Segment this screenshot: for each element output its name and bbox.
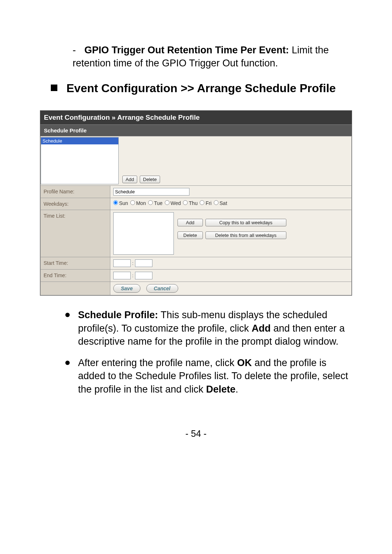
profile-name-cell [110, 186, 352, 198]
b2-text: After entering the profile name, click [78, 357, 237, 368]
timelist-delete-all-button[interactable]: Delete this from all weekdays [205, 231, 286, 239]
save-row-spacer [41, 282, 110, 295]
timelist-copy-button[interactable]: Copy this to all weekdays [205, 219, 286, 226]
bullet-schedule-profile: Schedule Profile: This sub-menu displays… [65, 308, 352, 348]
save-cancel-cell: Save Cancel [110, 282, 352, 295]
start-time-cell: : [110, 257, 352, 270]
delete-profile-button[interactable]: Delete [140, 176, 160, 183]
weekday-wed[interactable]: Wed [165, 200, 181, 206]
section-heading: Event Configuration >> Arrange Schedule … [51, 81, 352, 96]
profile-name-label: Profile Name: [41, 186, 110, 198]
radio-thu[interactable] [183, 200, 188, 205]
save-button[interactable]: Save [113, 284, 140, 293]
end-hour-input[interactable] [113, 272, 131, 279]
end-min-input[interactable] [135, 272, 152, 279]
b1-label: Schedule Profile: [78, 309, 158, 320]
weekday-radio-row: Sun Mon Tue Wed Thu Fri Sat [113, 200, 348, 206]
weekday-fri[interactable]: Fri [200, 200, 211, 206]
end-time-cell: : [110, 270, 352, 282]
start-min-input[interactable] [135, 259, 152, 267]
form-table: Schedule Add Delete Profile Name: Weekda… [40, 136, 352, 295]
weekdays-label: Weekdays: [41, 198, 110, 210]
radio-fri[interactable] [200, 200, 204, 205]
radio-sun[interactable] [113, 200, 118, 205]
weekday-sat[interactable]: Sat [214, 200, 227, 206]
schedule-list-item[interactable]: Schedule [41, 138, 118, 144]
timelist-buttons: Add Copy this to all weekdays Delete Del… [177, 212, 287, 244]
section-header: Schedule Profile [40, 124, 352, 136]
b1-bold2: Add [252, 323, 270, 334]
add-profile-button[interactable]: Add [122, 176, 137, 183]
profile-list-cell: Schedule Add Delete [41, 136, 352, 186]
weekday-sun[interactable]: Sun [113, 200, 128, 206]
start-hour-input[interactable] [113, 259, 131, 267]
cancel-button[interactable]: Cancel [146, 284, 178, 293]
bullet-after-entering: After entering the profile name, click O… [65, 356, 352, 396]
gpio-retention-item: - GPIO Trigger Out Retention Time Per Ev… [73, 44, 352, 70]
schedule-listbox[interactable]: Schedule [41, 137, 119, 184]
radio-mon[interactable] [130, 200, 135, 205]
square-bullet-icon [51, 85, 57, 91]
description-list: Schedule Profile: This sub-menu displays… [65, 308, 352, 396]
dash-marker: - [73, 44, 82, 57]
end-time-label: End Time: [41, 270, 110, 282]
page-number: - 54 - [40, 428, 352, 439]
list-buttons: Add Delete [122, 176, 161, 183]
profile-name-input[interactable] [113, 188, 189, 196]
colon-sep2: : [132, 273, 134, 278]
radio-tue[interactable] [148, 200, 153, 205]
weekday-tue[interactable]: Tue [148, 200, 163, 206]
b2-text3: . [236, 384, 238, 395]
radio-sat[interactable] [214, 200, 219, 205]
start-time-label: Start Time: [41, 257, 110, 270]
timelist-label: Time List: [41, 210, 110, 257]
heading-text: Event Configuration >> Arrange Schedule … [66, 81, 336, 96]
panel-title: Event Configuration » Arrange Schedule P… [40, 111, 352, 124]
timelist-delete-button[interactable]: Delete [177, 231, 203, 239]
colon-sep: : [132, 260, 134, 266]
weekdays-cell: Sun Mon Tue Wed Thu Fri Sat [110, 198, 352, 210]
timelist-cell: Add Copy this to all weekdays Delete Del… [110, 210, 352, 257]
weekday-thu[interactable]: Thu [183, 200, 197, 206]
gpio-label: GPIO Trigger Out Retention Time Per Even… [85, 45, 289, 56]
radio-wed[interactable] [165, 200, 170, 205]
b2-bold: OK [237, 357, 252, 368]
schedule-profile-panel: Event Configuration » Arrange Schedule P… [40, 110, 352, 296]
timelist-listbox[interactable] [113, 212, 174, 255]
weekday-mon[interactable]: Mon [130, 200, 146, 206]
timelist-add-button[interactable]: Add [177, 219, 203, 226]
b2-bold2: Delete [206, 384, 236, 395]
